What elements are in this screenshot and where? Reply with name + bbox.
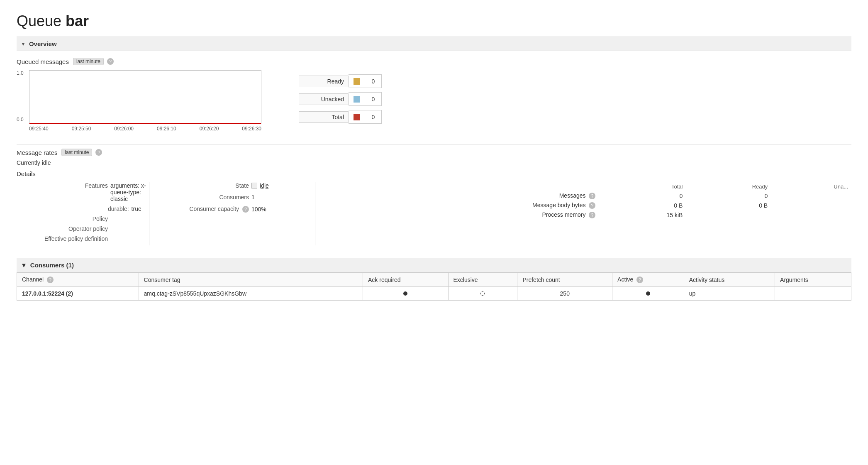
overview-label: Overview [29, 40, 57, 47]
th-activity-status: Activity status [684, 273, 775, 287]
body-bytes-row: Message body bytes ? 0 B 0 B [332, 201, 851, 210]
th-total: Total [599, 182, 686, 191]
effective-policy-label: Effective policy definition [17, 235, 108, 242]
operator-policy-row: Operator policy [17, 225, 149, 232]
td-channel: 127.0.0.1:52224 (2) [17, 287, 139, 301]
legend-color-square-total [354, 114, 360, 120]
th-channel: Channel ? [17, 273, 139, 287]
chart-area: 1.0 0.0 09:25:40 09:25:50 09:26:00 09:26… [17, 70, 851, 132]
th-ready: Ready [686, 182, 771, 191]
th-arguments: Arguments [775, 273, 851, 287]
consumers-count-row: Consumers 1 [166, 194, 315, 201]
message-rates-help-icon[interactable]: ? [95, 149, 102, 156]
policy-label: Policy [17, 215, 108, 222]
channel-help-icon[interactable]: ? [47, 277, 54, 283]
state-value: idle [251, 182, 269, 189]
message-rates-time-tag[interactable]: last minute [61, 149, 92, 156]
chart-legend: Ready 0 Unacked 0 Total 0 [299, 74, 382, 124]
th-active: Active ? [612, 273, 684, 287]
messages-ready: 0 [686, 191, 771, 201]
details-right: Total Ready Una... Messages ? 0 0 [315, 182, 851, 245]
active-dot-filled-icon [646, 291, 650, 296]
effective-policy-row: Effective policy definition [17, 235, 149, 242]
x-label-1: 09:25:50 [72, 126, 91, 132]
page-title-normal: Queue [17, 12, 61, 29]
consumers-table: Channel ? Consumer tag Ack required Excl… [17, 272, 851, 301]
channel-value: 127.0.0.1:52224 (2) [22, 290, 73, 297]
process-memory-ready [686, 210, 771, 220]
queued-messages-header: Queued messages last minute ? [17, 58, 851, 65]
state-checkbox-icon [251, 183, 257, 188]
th-ack-required: Ack required [363, 273, 448, 287]
th-empty [332, 182, 599, 191]
x-label-5: 09:26:30 [242, 126, 261, 132]
message-rates-label: Message rates [17, 149, 57, 156]
messages-table: Total Ready Una... Messages ? 0 0 [332, 182, 851, 220]
policy-row: Policy [17, 215, 149, 222]
legend-color-total [349, 110, 365, 124]
chart-container: 1.0 0.0 09:25:40 09:25:50 09:26:00 09:26… [17, 70, 274, 132]
th-prefetch-count: Prefetch count [517, 273, 612, 287]
queued-messages-time-tag[interactable]: last minute [73, 58, 104, 65]
messages-help-icon[interactable]: ? [589, 193, 595, 199]
legend-color-unacked [349, 92, 365, 106]
messages-total: 0 [599, 191, 686, 201]
messages-unacked [771, 191, 851, 201]
active-help-icon[interactable]: ? [636, 277, 643, 283]
body-bytes-help-icon[interactable]: ? [589, 202, 595, 209]
legend-label-total: Total [299, 111, 349, 123]
legend-value-total: 0 [365, 110, 382, 124]
td-exclusive [448, 287, 517, 301]
details-label: Details [17, 170, 851, 177]
ack-required-dot-filled-icon [403, 291, 407, 296]
messages-row-label: Messages ? [332, 191, 599, 201]
legend-value-ready: 0 [365, 74, 382, 88]
messages-row: Messages ? 0 0 [332, 191, 851, 201]
body-bytes-total: 0 B [599, 201, 686, 210]
consumer-capacity-label: Consumer capacity ? [166, 206, 249, 213]
td-consumer-tag: amq.ctag-zSVp8555qUpxazSGKhsGbw [139, 287, 363, 301]
queue-type-value: classic [110, 196, 128, 202]
consumers-table-header-row: Channel ? Consumer tag Ack required Excl… [17, 273, 851, 287]
legend-value-unacked: 0 [365, 92, 382, 106]
details-left: Features arguments: x-queue-type: classi… [17, 182, 149, 245]
x-label-2: 09:26:00 [114, 126, 134, 132]
features-label: Features [17, 182, 108, 189]
process-memory-unacked [771, 210, 851, 220]
body-bytes-unacked [771, 201, 851, 210]
state-label: State [166, 182, 249, 189]
td-ack-required [363, 287, 448, 301]
legend-color-square-unacked [354, 96, 360, 103]
features-row: Features arguments: x-queue-type: classi… [17, 182, 149, 202]
chart-y-bottom: 0.0 [17, 117, 24, 122]
legend-row-unacked: Unacked 0 [299, 92, 382, 106]
consumer-capacity-help-icon[interactable]: ? [242, 206, 249, 213]
legend-row-total: Total 0 [299, 110, 382, 124]
currently-idle: Currently idle [17, 159, 851, 166]
body-bytes-ready: 0 B [686, 201, 771, 210]
durable-label: durable: [108, 206, 129, 212]
page-title-bold: bar [66, 12, 89, 29]
durable-row: durable: true [108, 206, 149, 212]
chart-red-line [29, 123, 261, 124]
page: Queue bar ▼ Overview Queued messages las… [0, 0, 868, 465]
legend-row-ready: Ready 0 [299, 74, 382, 88]
x-label-0: 09:25:40 [29, 126, 49, 132]
exclusive-dot-empty-icon [480, 291, 485, 296]
chart-y-top: 1.0 [17, 70, 24, 76]
td-activity-status: up [684, 287, 775, 301]
activity-status-value: up [689, 290, 696, 297]
queued-messages-help-icon[interactable]: ? [107, 58, 114, 65]
consumers-value: 1 [251, 194, 255, 201]
legend-label-unacked: Unacked [299, 93, 349, 105]
page-title: Queue bar [17, 12, 851, 30]
td-arguments [775, 287, 851, 301]
chart-box [29, 70, 261, 124]
process-memory-label: Process memory ? [332, 210, 599, 220]
arguments-label: arguments: [110, 182, 139, 189]
consumers-section-header: ▼ Consumers (1) [17, 258, 851, 272]
process-memory-help-icon[interactable]: ? [589, 212, 595, 218]
consumers-label: Consumers [166, 194, 249, 201]
features-value: arguments: x-queue-type: classic [110, 182, 149, 202]
message-rates-header: Message rates last minute ? [17, 144, 851, 156]
